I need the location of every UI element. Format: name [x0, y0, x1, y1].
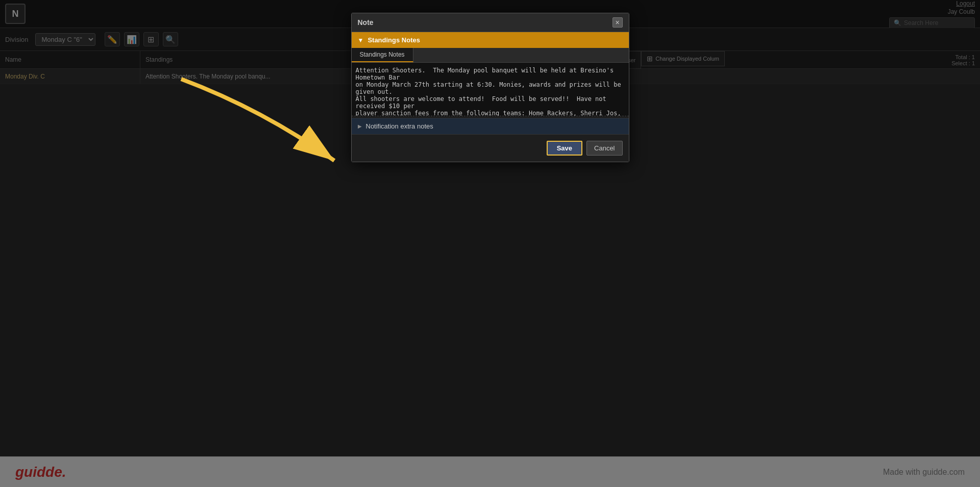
notification-notes-label: Notification extra notes	[366, 122, 433, 130]
modal-overlay: Note × ▼ Standings Notes Standings Notes…	[0, 0, 980, 487]
accordion-arrow-right: ▶	[358, 123, 362, 129]
notes-tab-bar: Standings Notes	[352, 48, 629, 63]
notification-notes-accordion[interactable]: ▶ Notification extra notes	[352, 118, 629, 134]
modal-title: Note	[358, 18, 374, 27]
standings-notes-tab[interactable]: Standings Notes	[352, 48, 413, 62]
modal-footer: Save Cancel	[352, 134, 629, 162]
standings-notes-accordion[interactable]: ▼ Standings Notes	[352, 32, 629, 48]
standings-notes-textarea[interactable]: Attention Shooters. The Monday pool banq…	[352, 63, 629, 116]
accordion-arrow-down: ▼	[358, 37, 364, 44]
cancel-button[interactable]: Cancel	[586, 141, 622, 156]
save-button[interactable]: Save	[547, 141, 582, 156]
modal-title-bar: Note ×	[352, 13, 629, 32]
accordion-content-standings: Standings Notes Attention Shooters. The …	[352, 48, 629, 118]
modal-close-btn[interactable]: ×	[612, 17, 623, 28]
modal-note: Note × ▼ Standings Notes Standings Notes…	[351, 13, 629, 162]
standings-notes-label: Standings Notes	[368, 36, 420, 44]
arrow-annotation	[120, 69, 375, 196]
